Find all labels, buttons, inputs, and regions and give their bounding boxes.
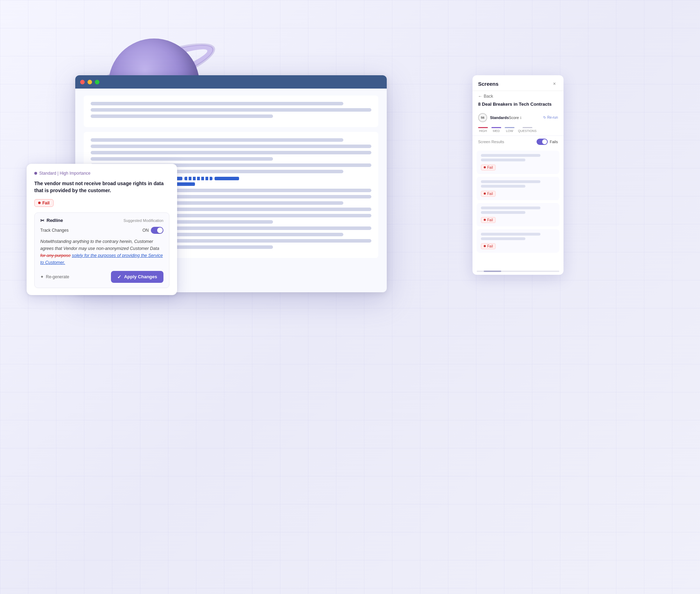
med-label: MED bbox=[493, 129, 500, 133]
fail-dot bbox=[484, 193, 486, 195]
dashed-blue-segment bbox=[184, 177, 212, 180]
screens-panel: Screens × ← Back 8 Deal Breakers in Tech… bbox=[472, 75, 564, 275]
low-indicator bbox=[505, 127, 514, 128]
standard-description: The vendor must not receive broad usage … bbox=[34, 180, 169, 194]
window-titlebar bbox=[75, 75, 387, 89]
content-block-1 bbox=[84, 96, 378, 127]
check-icon: ✓ bbox=[117, 274, 121, 280]
screens-header: Screens × bbox=[472, 75, 564, 91]
strikethrough-text: for any purpose bbox=[40, 253, 71, 258]
fail-dot-large bbox=[38, 202, 41, 204]
fail-label-large: Fail bbox=[42, 201, 50, 205]
fail-dot bbox=[484, 166, 486, 168]
screens-title: Screens bbox=[478, 81, 498, 87]
result-line bbox=[481, 185, 525, 188]
refresh-icon: ↻ bbox=[543, 116, 546, 119]
importance-dot bbox=[34, 172, 37, 175]
blue-segment bbox=[174, 182, 195, 186]
blue-segment bbox=[215, 177, 239, 180]
redline-text-content: Notwithstanding anything to the contrary… bbox=[40, 238, 163, 266]
result-item-3[interactable]: Fail bbox=[477, 203, 559, 226]
result-line bbox=[481, 154, 540, 157]
category-questions[interactable]: QUESTIONS bbox=[518, 127, 537, 133]
scrollbar-thumb[interactable] bbox=[484, 271, 501, 272]
screen-results-header: Screen Results Fails bbox=[472, 135, 564, 148]
fail-badge-2: Fail bbox=[481, 191, 496, 197]
fail-label: Fail bbox=[487, 218, 493, 222]
questions-indicator bbox=[523, 127, 532, 128]
apply-changes-label: Apply Changes bbox=[124, 274, 157, 279]
text-placeholder bbox=[91, 108, 371, 112]
redline-card: ✂ Redline Suggested Modification Track C… bbox=[34, 212, 169, 288]
fail-badge-large: Fail bbox=[34, 199, 54, 207]
result-item-4[interactable]: Fail bbox=[477, 229, 559, 253]
result-line bbox=[481, 237, 525, 240]
suggested-modification-label: Suggested Modification bbox=[124, 218, 163, 223]
text-placeholder bbox=[91, 138, 343, 142]
fail-badge-1: Fail bbox=[481, 165, 496, 170]
category-tabs: HIGH MED LOW QUESTIONS bbox=[472, 124, 564, 135]
standard-tag-label: Standard | High Importance bbox=[39, 171, 91, 176]
regenerate-label: Re-generate bbox=[46, 274, 69, 279]
traffic-light-green[interactable] bbox=[95, 80, 99, 84]
redline-label: Redline bbox=[47, 218, 63, 223]
score-badge: 56 bbox=[478, 113, 487, 122]
redline-card-header: ✂ Redline Suggested Modification bbox=[40, 218, 163, 223]
apply-changes-button[interactable]: ✓ Apply Changes bbox=[111, 271, 163, 283]
result-item-1[interactable]: Fail bbox=[477, 151, 559, 174]
text-placeholder bbox=[91, 157, 273, 161]
category-high[interactable]: HIGH bbox=[478, 127, 488, 133]
fail-badge-4: Fail bbox=[481, 243, 496, 249]
document-title: 8 Deal Breakers in Tech Contracts bbox=[472, 102, 564, 111]
back-arrow-icon: ← bbox=[478, 94, 482, 99]
fail-dot bbox=[484, 219, 486, 221]
track-on-text: ON bbox=[142, 228, 149, 233]
result-item-2[interactable]: Fail bbox=[477, 177, 559, 200]
text-placeholder bbox=[91, 114, 273, 118]
fails-label: Fails bbox=[550, 140, 558, 144]
scrollbar[interactable] bbox=[477, 271, 559, 272]
fail-dot bbox=[484, 245, 486, 247]
track-on-control[interactable]: ON bbox=[142, 227, 163, 234]
track-changes-row: Track Changes ON bbox=[40, 227, 163, 234]
result-line bbox=[481, 211, 525, 214]
regenerate-button[interactable]: ✦ Re-generate bbox=[40, 274, 69, 279]
text-placeholder bbox=[91, 145, 371, 148]
fail-label: Fail bbox=[487, 244, 493, 248]
toggle-thumb bbox=[542, 139, 547, 144]
traffic-light-yellow[interactable] bbox=[88, 80, 92, 84]
result-line bbox=[481, 159, 525, 161]
close-button[interactable]: × bbox=[551, 80, 558, 87]
redline-icon: ✂ bbox=[40, 218, 44, 223]
track-toggle[interactable] bbox=[151, 227, 163, 234]
toggle-track[interactable] bbox=[537, 139, 548, 145]
text-placeholder bbox=[91, 102, 343, 105]
redline-actions: ✦ Re-generate ✓ Apply Changes bbox=[40, 271, 163, 283]
fails-toggle[interactable]: Fails bbox=[537, 139, 558, 145]
med-indicator bbox=[491, 127, 501, 128]
result-line bbox=[481, 233, 540, 236]
traffic-light-red[interactable] bbox=[80, 80, 85, 84]
fail-label: Fail bbox=[487, 192, 493, 196]
standards-label: StandardsScore ℹ bbox=[490, 116, 522, 120]
regenerate-icon: ✦ bbox=[40, 274, 44, 279]
standards-score-row: 56 StandardsScore ℹ ↻ Re-run bbox=[472, 111, 564, 124]
result-line bbox=[481, 207, 540, 209]
category-med[interactable]: MED bbox=[491, 127, 501, 133]
standard-card: Standard | High Importance The vendor mu… bbox=[27, 164, 177, 295]
category-low[interactable]: LOW bbox=[505, 127, 514, 133]
fail-badge-3: Fail bbox=[481, 217, 496, 223]
low-label: LOW bbox=[506, 129, 513, 133]
rerun-button[interactable]: ↻ Re-run bbox=[543, 116, 558, 119]
high-indicator bbox=[478, 127, 488, 128]
fail-label: Fail bbox=[487, 166, 493, 169]
standard-tag: Standard | High Importance bbox=[34, 171, 169, 176]
track-toggle-thumb bbox=[157, 228, 163, 233]
text-placeholder bbox=[91, 151, 371, 154]
back-navigation[interactable]: ← Back bbox=[472, 91, 564, 102]
screen-results-label: Screen Results bbox=[478, 140, 504, 144]
questions-label: QUESTIONS bbox=[518, 129, 537, 133]
track-changes-label: Track Changes bbox=[40, 228, 69, 233]
result-line bbox=[481, 180, 540, 183]
redline-title: ✂ Redline bbox=[40, 218, 63, 223]
